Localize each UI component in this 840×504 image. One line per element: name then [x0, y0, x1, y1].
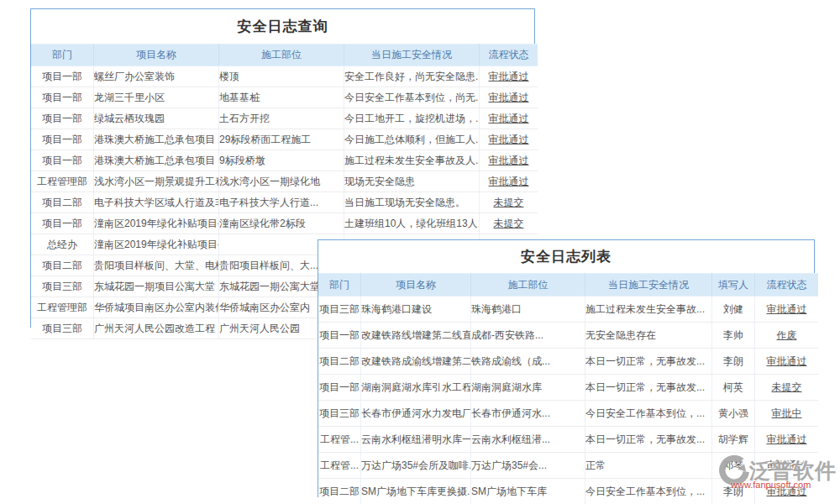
dept-cell: 项目一部 [31, 150, 94, 171]
fanpu-watermark: 泛普软件 www.fanpusoft.com [719, 455, 840, 490]
column-header: 项目名称 [361, 274, 471, 297]
safety-cell: 正常 [585, 453, 712, 479]
column-header: 部门 [31, 45, 94, 66]
safety-cell: 本日一切正常，无事故发... [585, 375, 712, 401]
location-cell: 成都-西安铁路... [471, 323, 585, 349]
status-link[interactable]: 审批通过 [480, 87, 538, 108]
project-link[interactable]: 东城花园一期项目公寓大堂 装 [94, 276, 219, 297]
status-link[interactable]: 审批通过 [755, 427, 819, 453]
project-link[interactable]: 贵阳项目样板间、大堂、电梯 [94, 255, 219, 276]
project-link[interactable]: 华侨城项目南区办公室内装修 [94, 297, 219, 318]
safety-cell: 现场无安全隐患 [344, 171, 480, 192]
dept-cell: 项目一部 [31, 66, 94, 87]
project-link[interactable]: 港珠澳大桥施工总承包项目 [94, 129, 219, 150]
safety-cell: 今日安全工作基本到位，... [585, 401, 712, 427]
writer-link[interactable]: 黄小强 [712, 401, 755, 427]
column-header: 部门 [318, 274, 361, 297]
table-row: 项目一部螺丝厂办公室装饰楼顶安全工作良好，尚无安全隐患...审批通过 [31, 66, 538, 87]
status-link[interactable]: 审批通过 [755, 349, 819, 375]
table-row: 项目一部龙湖三千里小区地基基桩今日安全工作基本到位，尚无...审批通过 [31, 87, 538, 108]
dept-cell: 项目二部 [318, 479, 361, 504]
project-link[interactable]: 万达广场35#会所及咖啡... [361, 453, 471, 479]
table-row: 项目一部改建铁路线增建第二线直...成都-西安铁路...无安全隐患存在李帅作废 [318, 323, 818, 349]
query-window-title: 安全日志查询 [31, 9, 534, 44]
status-link[interactable]: 审批通过 [480, 150, 538, 171]
dept-cell: 项目三部 [318, 401, 361, 427]
dept-cell: 项目二部 [31, 192, 94, 213]
project-link[interactable]: 潼南区2019年绿化补贴项目-标 [94, 213, 219, 234]
location-cell: 9标段桥墩 [219, 150, 344, 171]
table-row: 项目一部绿城云栖玫瑰园土石方开挖今日工地开工，旋挖机进场，...审批通过 [31, 108, 538, 129]
project-link[interactable]: 螺丝厂办公室装饰 [94, 66, 219, 87]
writer-link[interactable]: 李朗 [712, 349, 755, 375]
table-row: 工程管...云南水利枢纽潜明水库一...云南水利枢纽潜...本日一切正常，无事故… [318, 427, 818, 453]
safety-cell: 今日施工总体顺利，但施工人... [344, 129, 480, 150]
location-cell: 土石方开挖 [219, 108, 344, 129]
project-link[interactable]: 潼南区2019年绿化补贴项目-标 [94, 234, 219, 255]
table-row: 项目一部港珠澳大桥施工总承包项目29标段桥面工程施工今日施工总体顺利，但施工人.… [31, 129, 538, 150]
dept-cell: 项目一部 [318, 375, 361, 401]
project-link[interactable]: SM广场地下车库更换摄... [361, 479, 471, 504]
dept-cell: 项目二部 [318, 349, 361, 375]
status-link[interactable]: 审批中 [755, 401, 819, 427]
status-link[interactable]: 未提交 [480, 213, 538, 234]
project-link[interactable]: 改建铁路成渝线增建第二... [361, 349, 471, 375]
location-cell: SM广场地下车库 [471, 479, 585, 504]
safety-cell: 安全工作良好，尚无安全隐患... [344, 66, 480, 87]
query-table-header-row: 部门项目名称施工部位当日施工安全情况流程状态 [31, 45, 538, 66]
project-link[interactable]: 湖南洞庭湖水库引水工程... [361, 375, 471, 401]
dept-cell: 项目三部 [318, 297, 361, 323]
dept-cell: 项目一部 [31, 87, 94, 108]
safety-cell: 今日安全工作基本到位，... [585, 479, 712, 504]
writer-link[interactable]: 胡学辉 [712, 427, 755, 453]
dept-cell: 项目一部 [31, 213, 94, 234]
location-cell: 29标段桥面工程施工 [219, 129, 344, 150]
column-header: 施工部位 [471, 274, 585, 297]
status-link[interactable]: 审批通过 [480, 129, 538, 150]
status-link[interactable]: 审批通过 [480, 66, 538, 87]
writer-link[interactable]: 李帅 [712, 323, 755, 349]
table-row: 项目一部湖南洞庭湖水库引水工程...湖南洞庭湖水库本日一切正常，无事故发...柯… [318, 375, 818, 401]
location-cell: 铁路成渝线（成... [471, 349, 585, 375]
location-cell: 万达广场35#会... [471, 453, 585, 479]
table-row: 项目二部改建铁路成渝线增建第二...铁路成渝线（成...本日一切正常，无事故发.… [318, 349, 818, 375]
safety-cell: 无安全隐患存在 [585, 323, 712, 349]
project-link[interactable]: 改建铁路线增建第二线直... [361, 323, 471, 349]
status-link[interactable]: 审批通过 [755, 297, 819, 323]
location-cell: 地基基桩 [219, 87, 344, 108]
dept-cell: 工程管理部 [31, 171, 94, 192]
location-cell: 长春市伊通河水... [471, 401, 585, 427]
status-link[interactable]: 未提交 [755, 375, 819, 401]
list-table-header-row: 部门项目名称施工部位当日施工安全情况填写人流程状态 [318, 274, 818, 297]
project-link[interactable]: 珠海鹤港口建设 [361, 297, 471, 323]
location-cell: 珠海鹤港口 [471, 297, 585, 323]
status-link[interactable]: 审批通过 [480, 171, 538, 192]
project-link[interactable]: 长春市伊通河水力发电厂... [361, 401, 471, 427]
project-link[interactable]: 云南水利枢纽潜明水库一... [361, 427, 471, 453]
table-row: 工程管理部浅水湾小区一期景观提升工程浅水湾小区一期绿化地现场无安全隐患审批通过 [31, 171, 538, 192]
safety-cell: 本日一切正常，无事故发... [585, 349, 712, 375]
table-row: 项目二部电子科技大学区域人行道及非电子科技大学人行道...当日施工现场无安全隐患… [31, 192, 538, 213]
writer-link[interactable]: 柯英 [712, 375, 755, 401]
project-link[interactable]: 龙湖三千里小区 [94, 87, 219, 108]
location-cell: 电子科技大学人行道... [219, 192, 344, 213]
writer-link[interactable]: 刘健 [712, 297, 755, 323]
project-link[interactable]: 绿城云栖玫瑰园 [94, 108, 219, 129]
column-header: 流程状态 [480, 45, 538, 66]
safety-cell: 今日安全工作基本到位，尚无... [344, 87, 480, 108]
project-link[interactable]: 广州天河人民公园改造工程 [94, 318, 219, 339]
column-header: 流程状态 [755, 274, 819, 297]
dept-cell: 工程管... [318, 453, 361, 479]
status-link[interactable]: 未提交 [480, 192, 538, 213]
safety-cell: 本日一切正常，无事故发... [585, 427, 712, 453]
status-link[interactable]: 审批通过 [480, 108, 538, 129]
dept-cell: 项目二部 [31, 255, 94, 276]
location-cell: 楼顶 [219, 66, 344, 87]
table-row: 项目一部潼南区2019年绿化补贴项目-标潼南区绿化带2标段土建班组10人，绿化班… [31, 213, 538, 234]
project-link[interactable]: 浅水湾小区一期景观提升工程 [94, 171, 219, 192]
column-header: 项目名称 [94, 45, 219, 66]
project-link[interactable]: 电子科技大学区域人行道及非 [94, 192, 219, 213]
status-link[interactable]: 作废 [755, 323, 819, 349]
project-link[interactable]: 港珠澳大桥施工总承包项目 [94, 150, 219, 171]
safety-cell: 土建班组10人，绿化班组13人... [344, 213, 480, 234]
